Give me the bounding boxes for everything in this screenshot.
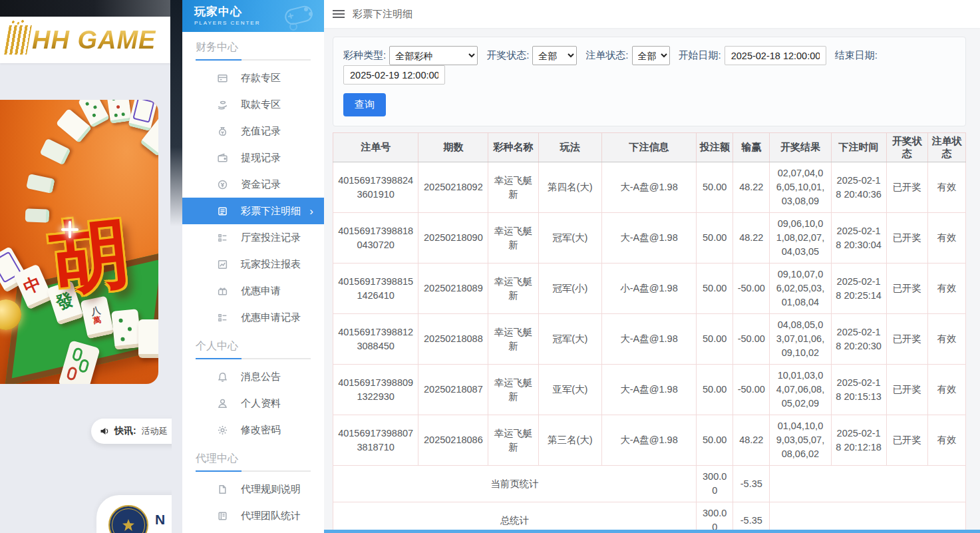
sidebar-item-label: 资金记录 xyxy=(241,178,281,191)
column-header-order-status: 注单状态 xyxy=(927,133,965,162)
cell-bet-amount: 50.00 xyxy=(697,415,733,466)
sidebar-item-recharge-record[interactable]: 充值记录 xyxy=(196,118,311,144)
sidebar-item-funds-record[interactable]: 资金记录 xyxy=(196,171,311,198)
sidebar-item-label: 取款专区 xyxy=(241,98,281,111)
sidebar-item-agent-rules[interactable]: 代理规则说明 xyxy=(196,476,311,502)
cell-draw-status: 已开奖 xyxy=(886,365,927,415)
site-logo-band: HH GAME xyxy=(0,17,172,63)
sidebar-item-label: 厅室投注记录 xyxy=(241,232,301,244)
cell-lottery-name: 幸运飞艇新 xyxy=(488,162,538,213)
sidebar-item-label: 优惠申请 xyxy=(241,285,281,297)
cell-draw-result: 09,06,10,01,08,02,07,04,03,05 xyxy=(770,213,831,264)
ticker-label: 快讯: xyxy=(114,425,136,437)
hamburger-menu-icon[interactable] xyxy=(333,8,345,20)
cell-bet-info: 大-A盘@1.98 xyxy=(601,213,696,264)
bets-table: 注单号期数彩种名称玩法下注信息投注额输赢开奖结果下注时间开奖状态注单状态 401… xyxy=(333,132,966,533)
sparkle-decoration xyxy=(61,221,79,238)
logo-bars-decoration xyxy=(4,25,32,55)
list-doc-icon xyxy=(217,206,228,217)
cell-bet-info: 小-A盘@1.98 xyxy=(601,264,696,314)
site-top-strip xyxy=(0,0,172,17)
sidebar-item-deposit-zone[interactable]: 存款专区 xyxy=(196,65,311,91)
column-header-bet-info: 下注信息 xyxy=(601,133,696,162)
table-row: 40156917398818043072020250218090幸运飞艇新冠军(… xyxy=(333,213,966,264)
sidebar-item-label: 提现记录 xyxy=(241,152,281,164)
column-header-bet-time: 下注时间 xyxy=(831,133,886,162)
start-date-label: 开始日期: xyxy=(679,49,721,62)
summary-row: 当前页统计300.00-5.35 xyxy=(333,466,966,502)
cell-draw-status: 已开奖 xyxy=(886,415,927,466)
chevron-right-icon: › xyxy=(309,206,313,217)
bets-table-wrap: 注单号期数彩种名称玩法下注信息投注额输赢开奖结果下注时间开奖状态注单状态 401… xyxy=(333,132,966,533)
main-content: 彩票下注明细 彩种类型: 全部彩种 开奖状态: 全部 注单状态: 全部 开始日期… xyxy=(324,0,980,533)
table-row: 40156917398809132293020250218087幸运飞艇新亚军(… xyxy=(333,365,966,415)
cell-lottery-name: 幸运飞艇新 xyxy=(488,213,538,264)
cell-play: 亚军(大) xyxy=(538,365,601,415)
summary-label: 总统计 xyxy=(333,502,697,533)
sidebar-section-title: 个人中心 xyxy=(196,331,311,358)
sidebar-section-title: 代理中心 xyxy=(196,443,311,470)
mahjong-tile xyxy=(26,174,55,194)
sidebar-item-label: 修改密码 xyxy=(241,424,281,437)
sidebar-item-personal-profile[interactable]: 个人资料 xyxy=(196,390,311,417)
sidebar-item-lottery-bet-detail[interactable]: 彩票下注明细› xyxy=(182,198,324,224)
summary-empty xyxy=(770,466,966,502)
cell-draw-result: 01,04,10,09,03,05,07,08,06,02 xyxy=(770,415,831,466)
end-date-input[interactable] xyxy=(343,65,445,85)
sidebar-item-promo-apply-record[interactable]: 优惠申请记录 xyxy=(196,304,311,331)
cell-order-status: 有效 xyxy=(927,365,965,415)
cell-bet-time: 2025-02-18 20:12:18 xyxy=(831,415,886,466)
bottom-blue-strip xyxy=(324,530,980,533)
table-header-row: 注单号期数彩种名称玩法下注信息投注额输赢开奖结果下注时间开奖状态注单状态 xyxy=(333,133,966,162)
column-header-play: 玩法 xyxy=(538,133,601,162)
section-underline xyxy=(196,358,311,359)
order-status-select[interactable]: 全部 xyxy=(632,46,670,65)
cell-order-no: 401569173988123088450 xyxy=(333,314,418,365)
ticker-text: 活动延 xyxy=(142,425,168,437)
cell-bet-info: 大-A盘@1.98 xyxy=(601,365,696,415)
cell-order-status: 有效 xyxy=(927,213,965,264)
gamepad-icon xyxy=(279,3,317,32)
cell-draw-status: 已开奖 xyxy=(886,213,927,264)
cell-period: 20250218092 xyxy=(418,162,488,213)
cell-play: 第四名(大) xyxy=(538,162,601,213)
sidebar-header: 玩家中心 PLAYERS CENTER xyxy=(182,0,324,32)
draw-status-select[interactable]: 全部 xyxy=(532,46,577,65)
page-title: 彩票下注明细 xyxy=(353,8,412,21)
cell-order-status: 有效 xyxy=(927,415,965,466)
speaker-icon xyxy=(99,426,110,437)
mahjong-tile xyxy=(111,309,142,350)
sidebar-item-promo-apply[interactable]: 优惠申请 xyxy=(196,277,311,304)
cell-draw-status: 已开奖 xyxy=(886,314,927,365)
lottery-type-select[interactable]: 全部彩种 xyxy=(389,46,478,65)
cell-play: 冠军(小) xyxy=(538,264,601,314)
sidebar-item-label: 代理团队统计 xyxy=(241,510,301,522)
cell-bet-amount: 50.00 xyxy=(697,314,733,365)
sidebar-item-message-notice[interactable]: 消息公告 xyxy=(196,363,311,390)
cell-order-no: 401569173988151426410 xyxy=(333,264,418,314)
book-icon xyxy=(217,510,228,522)
summary-bet-amount: 300.00 xyxy=(697,502,733,533)
cell-bet-amount: 50.00 xyxy=(697,213,733,264)
cell-order-no: 401569173988091322930 xyxy=(333,365,418,415)
cell-order-no: 401569173988073818710 xyxy=(333,415,418,466)
start-date-input[interactable] xyxy=(725,46,826,65)
sidebar-item-change-password[interactable]: 修改密码 xyxy=(196,417,311,443)
sidebar-sections: 财务中心存款专区取款专区充值记录提现记录资金记录彩票下注明细›厅室投注记录玩家投… xyxy=(182,32,324,529)
cell-bet-amount: 50.00 xyxy=(697,264,733,314)
sidebar: 玩家中心 PLAYERS CENTER 财务中心存款专区取款专区充值记录提现记录… xyxy=(182,0,324,533)
summary-row: 总统计300.00-5.35 xyxy=(333,502,966,533)
grid-list-icon xyxy=(217,312,228,323)
column-header-order-no: 注单号 xyxy=(333,133,418,162)
sidebar-item-label: 玩家投注报表 xyxy=(241,258,301,271)
sidebar-item-agent-team-stats[interactable]: 代理团队统计 xyxy=(196,502,311,529)
lottery-type-label: 彩种类型: xyxy=(343,49,386,62)
sidebar-item-withdraw-zone[interactable]: 取款专区 xyxy=(196,91,311,118)
sidebar-item-withdraw-record[interactable]: 提现记录 xyxy=(196,144,311,171)
search-button[interactable]: 查询 xyxy=(343,93,386,116)
cell-win-loss: -50.00 xyxy=(733,264,770,314)
sidebar-item-player-bet-report[interactable]: 玩家投注报表 xyxy=(196,251,311,277)
filter-panel: 彩种类型: 全部彩种 开奖状态: 全部 注单状态: 全部 开始日期: 结束日期:… xyxy=(333,37,966,126)
sidebar-item-hall-bet-record[interactable]: 厅室投注记录 xyxy=(196,224,311,251)
site-logo: HH GAME xyxy=(32,26,156,55)
